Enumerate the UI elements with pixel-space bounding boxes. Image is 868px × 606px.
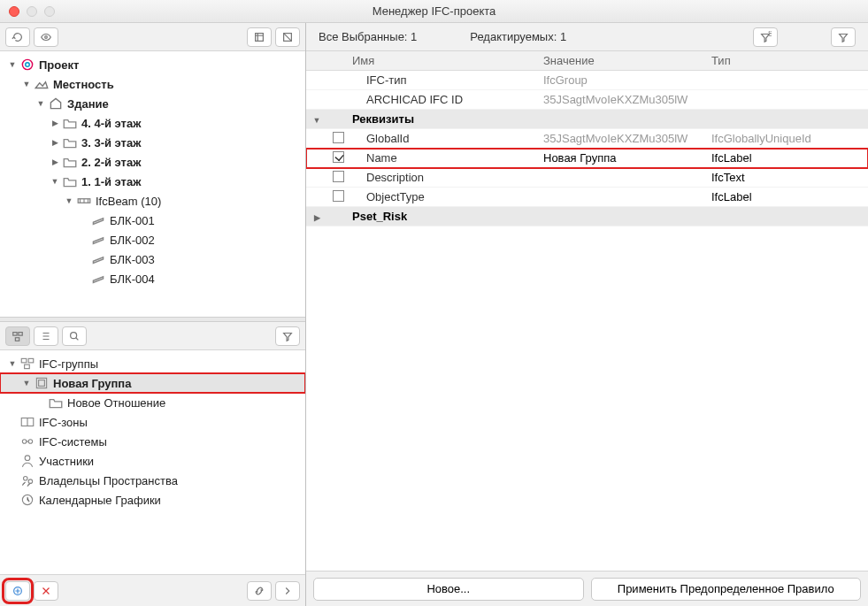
link-button[interactable] — [247, 581, 272, 601]
svg-text:§: § — [768, 31, 772, 37]
tree-row[interactable]: IFC-группы — [0, 354, 305, 373]
properties-table[interactable]: Имя Значение Тип IFC-типIfcGroupARCHICAD… — [306, 51, 868, 571]
tree-row-label: Новое Отношение — [67, 396, 165, 410]
select-mode-button-1[interactable] — [247, 27, 272, 47]
props-group-pset-risk[interactable]: Pset_Risk — [306, 207, 868, 226]
svg-rect-7 — [19, 332, 22, 335]
tree-row[interactable]: Проект — [0, 55, 305, 74]
tree-row[interactable]: БЛК-001 — [0, 211, 305, 230]
filter-assignments-button[interactable] — [275, 326, 300, 346]
property-row[interactable]: GlobalId35JSagtMvoIeKXZMu305lWIfcGloball… — [306, 129, 868, 149]
filter-props-button-2[interactable] — [831, 27, 856, 47]
tree-row[interactable]: IFC-зоны — [0, 412, 305, 432]
tree-row-label: Новая Группа — [53, 377, 131, 390]
tree-row[interactable]: Новое Отношение — [0, 393, 305, 412]
new-property-button[interactable]: Новое... — [313, 578, 584, 601]
property-checkbox[interactable] — [333, 132, 344, 143]
building-icon — [48, 96, 64, 111]
search-button[interactable] — [62, 326, 87, 346]
property-row[interactable]: ObjectTypeIfcLabel — [306, 188, 868, 207]
tree-row-label: Местность — [53, 78, 114, 91]
col-value: Значение — [543, 54, 711, 67]
tree-row[interactable]: Владельцы Пространства — [0, 471, 305, 490]
property-row[interactable]: ARCHICAD IFC ID35JSagtMvoIeKXZMu305lW — [306, 90, 868, 110]
expand-toggle-icon — [78, 215, 88, 226]
expand-toggle-icon — [7, 495, 18, 505]
property-row[interactable]: NameНовая ГруппаIfcLabel — [306, 149, 868, 168]
property-row[interactable]: IFC-типIfcGroup — [306, 71, 868, 90]
tree-row[interactable]: 3. 3-й этаж — [0, 133, 305, 152]
property-checkbox[interactable] — [333, 151, 344, 163]
tree-row[interactable]: Участники — [0, 451, 305, 471]
select-mode-button-2[interactable] — [275, 27, 300, 47]
add-item-button[interactable] — [5, 581, 30, 601]
folder-icon — [62, 116, 78, 130]
groups-view-button[interactable] — [5, 326, 30, 346]
tree-row[interactable]: 1. 1-й этаж — [0, 172, 305, 191]
expand-toggle-icon — [78, 273, 88, 284]
tree-row[interactable]: IfcBeam (10) — [0, 191, 305, 211]
props-group-attributes[interactable]: Реквизиты — [306, 110, 868, 129]
expand-toggle-icon[interactable] — [7, 59, 18, 70]
refresh-button[interactable] — [5, 27, 30, 47]
tree-row-label: Здание — [67, 97, 109, 111]
expand-toggle-icon[interactable] — [35, 98, 46, 109]
expand-toggle-icon[interactable] — [21, 79, 32, 89]
prop-value[interactable]: Новая Группа — [543, 151, 711, 165]
expand-toggle-icon — [7, 475, 18, 486]
prop-value[interactable]: 35JSagtMvoIeKXZMu305lW — [543, 132, 711, 145]
selected-count-label: Все Выбранные: 1 — [319, 30, 417, 43]
tree-row[interactable]: Местность — [0, 74, 305, 94]
tree-row[interactable]: Новая Группа — [0, 373, 305, 393]
project-icon — [19, 58, 35, 72]
prop-name: ARCHICAD IFC ID — [349, 93, 543, 106]
expand-toggle-icon[interactable] — [50, 157, 60, 167]
col-name: Имя — [349, 54, 543, 67]
svg-point-16 — [22, 440, 27, 444]
prop-name: Name — [349, 151, 543, 165]
zones-icon — [19, 415, 35, 429]
expand-toggle-icon[interactable] — [64, 196, 74, 206]
list-view-button[interactable] — [34, 326, 58, 346]
expand-toggle-icon[interactable] — [7, 358, 18, 369]
tree-row-label: IFC-группы — [39, 357, 98, 371]
expand-toggle-icon[interactable] — [50, 118, 60, 128]
property-row[interactable]: DescriptionIfcText — [306, 168, 868, 188]
folder-icon — [62, 155, 78, 169]
expand-toggle-icon[interactable] — [50, 137, 60, 148]
svg-rect-6 — [13, 332, 17, 335]
left-footer — [0, 574, 305, 606]
apply-rule-button[interactable]: Применить Предопределенное Правило — [591, 578, 862, 601]
beamgrp-icon — [76, 194, 92, 208]
filter-props-button-1[interactable]: § — [753, 27, 778, 47]
expand-toggle-icon[interactable] — [21, 378, 32, 388]
expand-right-button[interactable] — [275, 581, 300, 601]
svg-rect-8 — [15, 337, 19, 341]
tree-row[interactable]: Здание — [0, 94, 305, 113]
tree-row[interactable]: 4. 4-й этаж — [0, 113, 305, 133]
tree-row[interactable]: IFC-системы — [0, 432, 305, 451]
assignments-tree[interactable]: IFC-группыНовая ГруппаНовое ОтношениеIFC… — [0, 350, 305, 574]
svg-rect-1 — [256, 33, 264, 41]
prop-name: GlobalId — [349, 132, 543, 145]
tree-row[interactable]: БЛК-003 — [0, 249, 305, 269]
visibility-button[interactable] — [34, 27, 58, 47]
expand-toggle-icon — [78, 254, 88, 265]
tree-row[interactable]: 2. 2-й этаж — [0, 152, 305, 172]
right-footer: Новое... Применить Предопределенное Прав… — [306, 571, 868, 606]
tree-row[interactable]: БЛК-004 — [0, 269, 305, 288]
project-tree[interactable]: ПроектМестностьЗдание4. 4-й этаж3. 3-й э… — [0, 51, 305, 317]
tree-row[interactable]: БЛК-002 — [0, 230, 305, 249]
actors-icon — [19, 454, 35, 468]
svg-point-19 — [24, 477, 28, 481]
window-titlebar: Менеджер IFC-проекта — [0, 0, 868, 23]
property-checkbox[interactable] — [333, 171, 344, 182]
beam-icon — [90, 233, 106, 247]
delete-item-button[interactable] — [34, 581, 58, 601]
tree-row[interactable]: Календарные Графики — [0, 490, 305, 510]
svg-rect-14 — [39, 380, 45, 387]
property-checkbox[interactable] — [333, 190, 344, 202]
expand-toggle-icon[interactable] — [50, 176, 60, 187]
svg-rect-11 — [28, 358, 34, 363]
svg-point-0 — [45, 35, 48, 38]
